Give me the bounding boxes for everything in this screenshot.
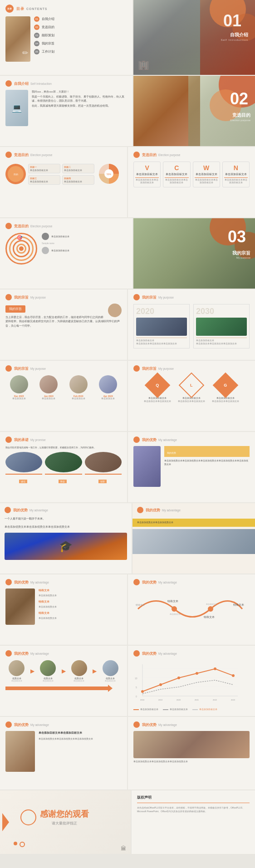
item-num: 04 bbox=[34, 41, 39, 46]
slide-zh-title: 竞选目的 bbox=[232, 112, 250, 118]
target-area: 🎯 单击添加目标文本 Sample name 单击添加目标文本 bbox=[5, 233, 127, 265]
library-image bbox=[133, 731, 250, 758]
vcwn-item-n: N 单击添加目标文本 单击添加目标文本单击添加目标文本 bbox=[222, 162, 250, 187]
slide-number: 02 bbox=[230, 89, 248, 108]
legend-label-3: 单击添加目标文本 bbox=[199, 708, 217, 711]
item-num: 01 bbox=[34, 16, 39, 22]
year-card-2020: 2020 单击添加目标文本 单击添加文本单击添加文本单击添加文本 bbox=[133, 304, 190, 348]
vcwn-body: 单击添加目标文本单击添加目标文本 bbox=[135, 179, 159, 185]
header-en: My advantage bbox=[162, 509, 181, 512]
item-num: 02 bbox=[34, 25, 39, 30]
slide-books: 我的优势 My advantage 特殊文本 单击添加优势文本 特殊文本 单击添… bbox=[0, 574, 127, 645]
grad-text-2: 单击添加优势文本单击添加优势文本单击添加优势文本 bbox=[5, 525, 127, 529]
item-text: 能职策划 bbox=[42, 34, 54, 38]
header-en: My purpose bbox=[30, 367, 46, 370]
header-en: My advantage bbox=[30, 581, 49, 584]
contents-body: 01 自我介绍 02 竞选目的 03 能职策划 04 我的宗旨 05 工作计 bbox=[5, 16, 127, 62]
vcwn-letter: C bbox=[165, 164, 188, 172]
slide-en-title: Election purpose bbox=[230, 119, 250, 122]
arrow-text-4: 单击添加文本 bbox=[99, 680, 122, 682]
slide-target: 竞选目的 Election purpose 🎯 单击添加目标文本 Sample … bbox=[0, 218, 132, 289]
tl-text: 单击添加文本 bbox=[65, 397, 92, 400]
adv-item-title-3: 特殊文本 bbox=[39, 611, 122, 615]
slide-contents: 目录 CONTENTS 01 自我介绍 02 竞选目的 03 能职策划 0 bbox=[0, 0, 132, 75]
diamond-text: 单击添加文本单击添加文本 bbox=[144, 400, 171, 403]
header-text: 我的优势 bbox=[14, 580, 29, 585]
contents-header: 目录 CONTENTS bbox=[5, 5, 127, 13]
legend-line bbox=[133, 709, 139, 710]
tl-photo bbox=[99, 375, 117, 393]
header-text: 我的优势 bbox=[13, 508, 28, 513]
promise-image bbox=[5, 452, 42, 472]
header-en: My advantage bbox=[30, 652, 49, 655]
bookshelf-image bbox=[5, 731, 35, 772]
thankyou-text-block: 感谢您的观看 请大量批评指正 bbox=[40, 809, 89, 826]
arrow-icon: ▶ bbox=[62, 668, 66, 674]
vcwn-line bbox=[135, 177, 159, 178]
thankyou-arrow bbox=[2, 813, 9, 831]
surr-title: 目标二 bbox=[64, 166, 93, 168]
header-text: 我的优势 bbox=[14, 651, 29, 656]
slide-purpose-diagram: 竞选目的 Election purpose 目的 目标一 单击添加目标文本 目标… bbox=[0, 147, 127, 217]
purpose-image bbox=[108, 304, 122, 317]
diamond-item-q: Q 单击添加目标文本 单击添加文本单击添加文本 bbox=[144, 376, 171, 403]
item-num: 05 bbox=[34, 49, 39, 54]
arrow-tip bbox=[108, 685, 113, 692]
copyright-divider bbox=[137, 803, 250, 803]
dot-2 bbox=[20, 842, 25, 847]
header-text: 我的宗旨 bbox=[142, 366, 157, 371]
promise-images: 诚信 勤奋 创新 bbox=[5, 452, 122, 484]
vcwn-item-w: W 单击添加目标文本 单击添加目标文本单击添加目标文本 bbox=[193, 162, 220, 187]
target-info: 单击添加目标文本 Sample name 单击添加目标文本 bbox=[42, 233, 127, 265]
center-circle: 目的 bbox=[5, 164, 26, 184]
contents-title-en: CONTENTS bbox=[26, 7, 48, 10]
svg-point-21 bbox=[177, 677, 180, 679]
adv-item-text-2: 单击添加优势文本 bbox=[39, 605, 122, 609]
svg-text:特殊文本: 特殊文本 bbox=[204, 615, 215, 618]
chart-area: 0 5 10 2018 2019 2020 2021 2022 bbox=[133, 660, 250, 711]
item-num: 03 bbox=[34, 33, 39, 38]
surr-title: 目标一 bbox=[30, 166, 59, 168]
stair-image bbox=[132, 529, 255, 554]
building-icon: 🏛 bbox=[121, 845, 126, 852]
slide-header: 我的优势 My advantage bbox=[5, 650, 122, 657]
year-line bbox=[136, 338, 187, 338]
tl-photo bbox=[39, 375, 58, 393]
header-dot bbox=[133, 721, 140, 728]
surr-title: 目标四 bbox=[64, 177, 93, 180]
inner-circle: 目的 bbox=[8, 166, 24, 182]
slide-promise: 我的承诺 My promise 我会尽职尽责地完成每一项工作，认真履行班委职责，… bbox=[0, 432, 127, 502]
svg-text:10: 10 bbox=[135, 677, 137, 680]
arrow-text-3: 单击添加文本 bbox=[68, 680, 91, 682]
promise-line bbox=[5, 474, 42, 475]
header-en: My advantage bbox=[30, 723, 49, 726]
slide-title-03: 03 我的宗旨 My purpose bbox=[133, 218, 255, 289]
slide-en-title: Self Introduction bbox=[221, 39, 248, 41]
surr-item-4: 目标四 单击添加目标文本 bbox=[62, 175, 94, 185]
svg-point-23 bbox=[214, 667, 216, 670]
svg-text:5: 5 bbox=[136, 686, 137, 689]
adv-banner: 我的优势 bbox=[164, 446, 250, 457]
header-en: My purpose bbox=[158, 296, 174, 299]
person-text: 单击添加目标文本 bbox=[51, 235, 69, 238]
header-dot bbox=[5, 436, 12, 443]
copyright-title: 版权声明 bbox=[137, 795, 250, 800]
header-en: My advantage bbox=[158, 581, 177, 584]
year-text: 单击添加文本单击添加文本单击添加文本 bbox=[136, 343, 187, 346]
timeline-item-2: Jan 2024 单击添加文本 bbox=[35, 375, 63, 400]
slide-zh-title: 自我介绍 bbox=[230, 32, 248, 38]
self-intro-image: 💻 bbox=[5, 90, 28, 126]
svg-point-3 bbox=[172, 606, 177, 612]
wavy-path-svg: 特殊文本 特殊文本 特殊文本 特殊文本 单击添加文本 单击添加文本 bbox=[133, 588, 247, 629]
slide-adv-yellow: 我的优势 My advantage 单击添加优势文本单击添加优势文本 bbox=[132, 503, 255, 574]
arrow-icon: ▶ bbox=[30, 668, 34, 674]
self-intro-text: 我叫xxx，来自xxx班，大家好！ 我是一个乐观向上、积极进取、敢于担当、勇于创… bbox=[32, 90, 127, 126]
target-bullseye: 🎯 bbox=[5, 233, 37, 265]
legend-label-2: 单击添加目标文本 bbox=[170, 708, 188, 711]
header-dot bbox=[5, 294, 12, 300]
year-body: 2020 单击添加目标文本 单击添加文本单击添加文本单击添加文本 2030 单击… bbox=[133, 304, 250, 348]
arrow-timeline: 优势文本 单击添加文本 ▶ 优势文本 单击添加文本 ▶ 优势文本 单击添加文本 … bbox=[5, 660, 122, 682]
svg-text:2021: 2021 bbox=[195, 699, 199, 701]
header-dot bbox=[5, 507, 11, 513]
slide-header: 我的优势 My advantage bbox=[133, 721, 250, 728]
